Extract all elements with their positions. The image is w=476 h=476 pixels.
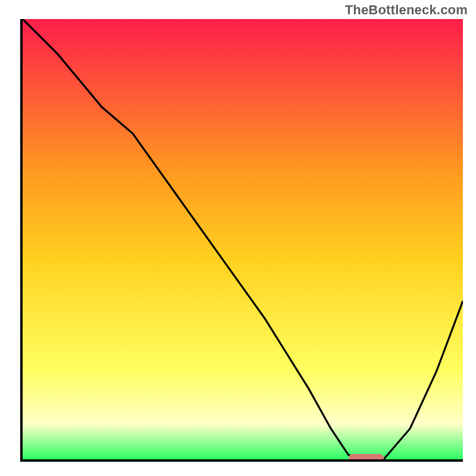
watermark-text: TheBottleneck.com (345, 2, 468, 18)
chart-container: TheBottleneck.com (0, 0, 476, 476)
plot-area (23, 19, 463, 459)
curve-path (23, 19, 463, 459)
optimal-range-marker (349, 454, 384, 459)
